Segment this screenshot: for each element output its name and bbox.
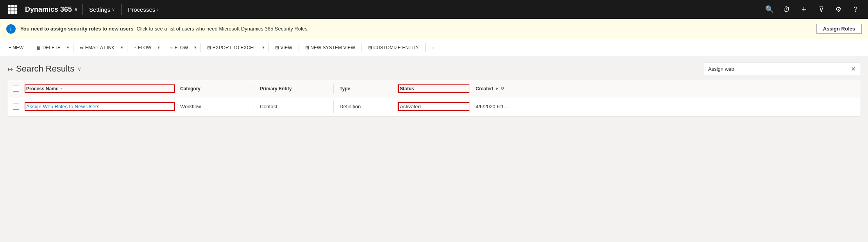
info-icon: i: [6, 24, 16, 34]
help-action-button[interactable]: ?: [848, 0, 863, 19]
search-header: ↦ Search Results ∨ ✕: [8, 63, 860, 75]
td-process-name: Assign Web Roles to New Users: [25, 102, 175, 111]
flow-button-2[interactable]: ⌁ FLOW: [166, 43, 192, 53]
td-sep-3: [333, 100, 334, 113]
th-type: Type: [335, 86, 397, 91]
new-button[interactable]: + NEW: [5, 43, 27, 53]
processes-arrow-icon: ›: [157, 6, 159, 13]
toolbar-sep-4: [164, 43, 164, 52]
export-excel-button[interactable]: ⊞ EXPORT TO EXCEL: [203, 43, 260, 53]
th-status: Status: [398, 84, 470, 93]
th-type-label: Type: [340, 86, 350, 91]
td-primary-entity: Contact: [255, 104, 333, 109]
toolbar-sep-7: [299, 43, 299, 52]
td-sep-5: [469, 100, 470, 113]
th-created-label: Created: [476, 86, 493, 91]
delete-label: 🗑 DELETE: [36, 45, 61, 50]
search-box: ✕: [704, 63, 860, 75]
add-action-button[interactable]: +: [796, 0, 812, 19]
export-excel-label: ⊞ EXPORT TO EXCEL: [207, 45, 256, 50]
more-actions-button[interactable]: ···: [428, 43, 440, 53]
nav-actions: 🔍 ⏱ + ⊽ ⚙ ?: [762, 0, 863, 19]
delete-dropdown[interactable]: ▾: [65, 43, 71, 52]
header-checkbox[interactable]: [13, 86, 19, 92]
th-process-name: Process Name ↑: [25, 84, 175, 93]
flow2-dropdown[interactable]: ▾: [193, 43, 198, 52]
flow-1-label: ⌁ FLOW: [134, 45, 151, 50]
toolbar-sep-6: [268, 43, 269, 52]
th-sort-icon[interactable]: ↑: [60, 86, 63, 91]
notification-bar: i You need to assign security roles to n…: [0, 19, 868, 39]
td-type: Definition: [335, 104, 397, 109]
more-actions-label: ···: [432, 45, 436, 50]
search-results-title: ↦ Search Results ∨: [8, 64, 81, 74]
toolbar-sep-2: [73, 43, 73, 52]
recent-action-button[interactable]: ⏱: [779, 0, 795, 19]
nav-divider-1: [82, 4, 83, 15]
toolbar-sep-5: [200, 43, 201, 52]
email-link-dropdown[interactable]: ▾: [119, 43, 125, 52]
search-input[interactable]: [704, 66, 847, 72]
settings-nav-item[interactable]: Settings ∨: [84, 0, 120, 19]
td-status: Activated: [398, 102, 470, 111]
toolbar-sep-9: [425, 43, 426, 52]
filter-action-button[interactable]: ⊽: [813, 0, 829, 19]
table-container: Process Name ↑ Category Primary Entity T…: [8, 80, 860, 117]
th-status-label: Status: [400, 86, 414, 91]
search-action-button[interactable]: 🔍: [762, 0, 777, 19]
td-sep-2: [254, 100, 254, 113]
th-process-name-label: Process Name: [26, 86, 59, 91]
customize-entity-button[interactable]: ⊞ CUSTOMIZE ENTITY: [364, 43, 423, 53]
search-clear-button[interactable]: ✕: [847, 65, 860, 73]
table-header: Process Name ↑ Category Primary Entity T…: [8, 80, 860, 97]
processes-label: Processes: [128, 6, 155, 13]
notif-bold-text: You need to assign security roles to new…: [20, 26, 133, 32]
toolbar-sep-8: [362, 43, 362, 52]
td-sep-0: [24, 100, 24, 113]
email-link-label: ⇔ EMAIL A LINK: [80, 45, 115, 50]
flow1-dropdown[interactable]: ▾: [156, 43, 161, 52]
export-dropdown[interactable]: ▾: [261, 43, 266, 52]
row-checkbox[interactable]: [13, 104, 19, 110]
th-sep-5: [469, 84, 470, 93]
top-nav: Dynamics 365 ∨ Settings ∨ Processes › 🔍 …: [0, 0, 868, 19]
pin-icon: ↦: [8, 65, 13, 73]
view-button[interactable]: ⊞ VIEW: [271, 43, 296, 53]
new-system-view-label: ⊞ NEW SYSTEM VIEW: [305, 45, 355, 50]
td-created: 4/6/2020 6:1...: [471, 104, 541, 109]
brand[interactable]: Dynamics 365 ∨: [20, 5, 81, 14]
waffle-icon: [8, 5, 17, 14]
toolbar: + NEW 🗑 DELETE ▾ ⇔ EMAIL A LINK ▾ ⌁ FLOW…: [0, 39, 868, 56]
toolbar-sep-1: [30, 43, 30, 52]
th-filter-icon[interactable]: ▼: [495, 86, 499, 91]
row-checkbox-cell: [8, 104, 24, 110]
notif-desc-text: Click to see a list of users who need Mi…: [136, 26, 309, 32]
new-system-view-button[interactable]: ⊞ NEW SYSTEM VIEW: [301, 43, 359, 53]
process-name-link[interactable]: Assign Web Roles to New Users: [26, 104, 100, 109]
th-sep-3: [333, 84, 334, 93]
processes-nav-item[interactable]: Processes ›: [123, 0, 163, 19]
th-sep-0: [24, 84, 24, 93]
th-refresh-icon[interactable]: ↺: [501, 86, 504, 91]
content-area: ↦ Search Results ∨ ✕ Process Name ↑ Cate…: [0, 56, 868, 123]
th-created: Created ▼ ↺: [471, 86, 541, 91]
th-sep-2: [254, 84, 254, 93]
delete-button[interactable]: 🗑 DELETE: [32, 43, 64, 53]
settings-chevron-icon: ∨: [112, 7, 115, 12]
view-label: ⊞ VIEW: [275, 45, 292, 50]
header-checkbox-cell: [8, 86, 24, 92]
settings-label: Settings: [89, 6, 110, 13]
td-sep-1: [174, 100, 174, 113]
flow-button-1[interactable]: ⌁ FLOW: [130, 43, 155, 53]
th-sep-4: [397, 84, 398, 93]
assign-roles-button[interactable]: Assign Roles: [816, 24, 862, 34]
notification-text: You need to assign security roles to new…: [20, 26, 812, 32]
th-primary-entity: Primary Entity: [255, 86, 333, 91]
email-link-button[interactable]: ⇔ EMAIL A LINK: [76, 43, 118, 53]
brand-label: Dynamics 365: [25, 5, 72, 14]
title-chevron-icon[interactable]: ∨: [77, 66, 81, 72]
settings-action-button[interactable]: ⚙: [830, 0, 846, 19]
brand-chevron-icon: ∨: [74, 7, 78, 12]
waffle-menu[interactable]: [5, 0, 20, 19]
th-sep-1: [174, 84, 174, 93]
